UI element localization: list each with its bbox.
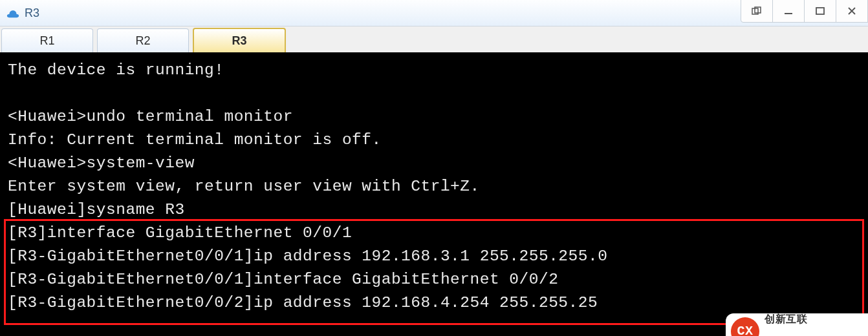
minimize-button[interactable] bbox=[772, 0, 805, 23]
watermark-line1: 创新互联 bbox=[765, 308, 839, 331]
terminal-output[interactable]: The device is running! <Huawei>undo term… bbox=[0, 52, 868, 336]
watermark-badge: CX bbox=[731, 317, 759, 336]
watermark-line2: CHUANG XIN HU LIAN bbox=[765, 331, 839, 336]
svg-rect-3 bbox=[816, 8, 824, 14]
highlight-box bbox=[4, 219, 864, 325]
maximize-button[interactable] bbox=[804, 0, 836, 23]
tab-r2[interactable]: R2 bbox=[97, 28, 189, 52]
watermark-text: 创新互联 CHUANG XIN HU LIAN bbox=[765, 308, 839, 336]
svg-rect-2 bbox=[785, 13, 792, 14]
watermark: CX 创新互联 CHUANG XIN HU LIAN bbox=[726, 313, 868, 336]
close-button[interactable] bbox=[836, 0, 868, 23]
window-title: R3 bbox=[25, 6, 39, 20]
tab-r3[interactable]: R3 bbox=[193, 28, 286, 52]
tab-label: R3 bbox=[232, 34, 246, 48]
tab-label: R2 bbox=[135, 34, 150, 48]
tab-r1[interactable]: R1 bbox=[1, 28, 93, 52]
copy-button[interactable] bbox=[741, 0, 773, 23]
tab-row: R1 R2 R3 bbox=[0, 26, 868, 52]
window-buttons bbox=[741, 0, 868, 23]
title-bar: R3 bbox=[0, 0, 868, 26]
tab-label: R1 bbox=[39, 34, 54, 48]
app-icon bbox=[5, 5, 21, 21]
